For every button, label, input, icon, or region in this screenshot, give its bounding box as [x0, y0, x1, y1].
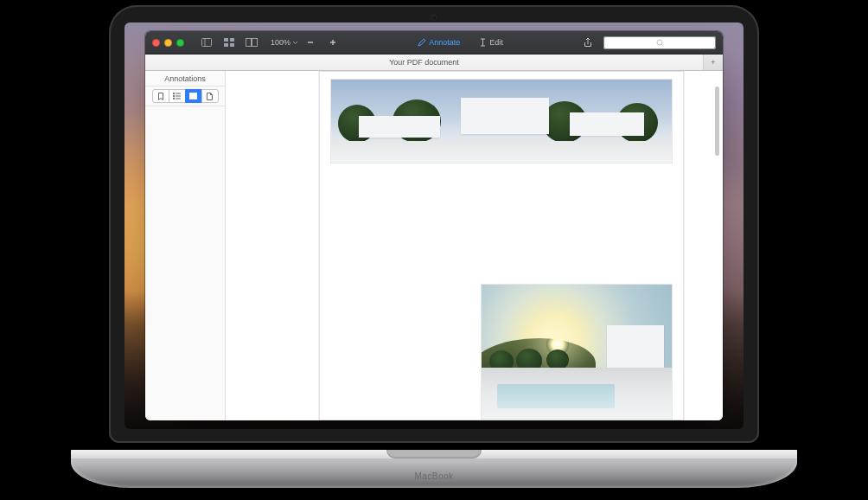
svg-point-15: [173, 95, 175, 97]
camera-icon: [431, 14, 437, 21]
svg-rect-2: [224, 38, 228, 42]
edit-mode-label: Edit: [489, 38, 503, 47]
svg-rect-3: [230, 38, 234, 42]
macbook-frame: 100% Annotate: [71, 0, 797, 500]
share-icon: [584, 37, 592, 48]
svg-point-17: [173, 98, 175, 99]
macbook-label: MacBook: [414, 471, 453, 481]
macbook-lid: 100% Annotate: [109, 5, 759, 443]
sidebar-panel: Annotations: [145, 71, 226, 420]
edit-mode-button[interactable]: Edit: [476, 35, 506, 49]
macbook-deck: [71, 450, 797, 488]
pencil-icon: [418, 38, 426, 47]
view-mode-button[interactable]: [241, 35, 262, 49]
svg-rect-20: [191, 94, 194, 96]
screen: 100% Annotate: [124, 22, 744, 429]
sidebar-tab-bookmarks[interactable]: [152, 89, 169, 103]
add-tab-button[interactable]: +: [704, 54, 723, 70]
text-cursor-icon: [479, 38, 487, 47]
list-outline-icon: [173, 93, 181, 99]
sidebar-tab-outline[interactable]: [169, 89, 186, 103]
close-window-button[interactable]: [152, 39, 160, 47]
svg-point-13: [173, 93, 175, 94]
pdf-page: [319, 71, 684, 420]
document-viewport[interactable]: [226, 71, 723, 420]
macbook-notch: [386, 450, 482, 458]
document-tabbar: Your PDF document +: [145, 54, 723, 71]
annotate-mode-button[interactable]: Annotate: [415, 35, 463, 49]
zoom-level-label[interactable]: 100%: [271, 38, 290, 47]
page-icon: [207, 93, 213, 100]
toolbar: 100% Annotate: [145, 31, 723, 54]
share-button[interactable]: [578, 35, 598, 49]
zoom-in-button[interactable]: [322, 35, 343, 49]
thumbnails-button[interactable]: [219, 35, 239, 49]
search-field[interactable]: [603, 36, 716, 49]
vertical-scrollbar[interactable]: [715, 87, 719, 156]
zoom-out-button[interactable]: [300, 35, 321, 49]
page-image-top: [330, 79, 673, 163]
sidebar-tab-annotations[interactable]: [185, 89, 202, 103]
annotate-mode-label: Annotate: [429, 38, 460, 47]
pdf-app-window: 100% Annotate: [145, 31, 723, 420]
svg-line-12: [661, 44, 663, 46]
minimize-window-button[interactable]: [164, 39, 172, 47]
document-tab[interactable]: Your PDF document: [145, 54, 704, 70]
sidebar-toggle-button[interactable]: [196, 35, 217, 49]
svg-rect-4: [224, 43, 228, 47]
svg-rect-7: [252, 39, 258, 47]
bookmark-icon: [157, 93, 164, 100]
svg-rect-5: [230, 43, 234, 47]
sidebar-title: Annotations: [145, 71, 225, 87]
sidebar-tab-switcher: [145, 87, 225, 106]
chevron-down-icon[interactable]: [292, 41, 298, 45]
svg-rect-6: [246, 39, 252, 47]
sidebar-tab-page[interactable]: [201, 89, 219, 103]
svg-point-11: [657, 40, 662, 45]
document-tab-title: Your PDF document: [389, 58, 459, 67]
plus-icon: +: [711, 58, 715, 67]
window-controls: [152, 39, 184, 47]
page-image-bottom: [481, 284, 673, 420]
app-body: Annotations: [145, 71, 723, 420]
search-icon: [656, 39, 664, 47]
svg-rect-0: [202, 39, 212, 47]
zoom-window-button[interactable]: [176, 39, 184, 47]
annotations-icon: [189, 93, 197, 99]
